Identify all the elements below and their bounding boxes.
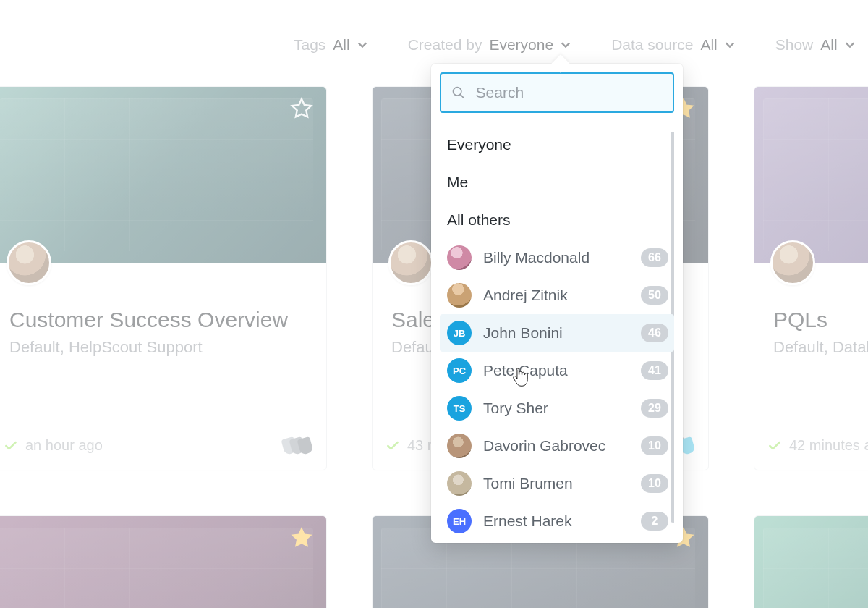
- card-title: PQLs: [773, 308, 868, 332]
- dropdown-user-option[interactable]: Davorin Gabrovec 10: [440, 427, 674, 465]
- filter-data-source-value: All: [700, 36, 717, 54]
- dropdown-user-option[interactable]: EH Ernest Harek 2: [440, 502, 674, 539]
- dropdown-search[interactable]: [440, 72, 674, 113]
- avatar: [447, 471, 472, 496]
- card-thumbnail: [0, 87, 326, 263]
- dropdown-user-option[interactable]: JB John Bonini 46: [440, 314, 674, 352]
- dropdown-scroll-area[interactable]: EveryoneMeAll others Billy Macdonald 66 …: [440, 126, 674, 539]
- dropdown-user-option[interactable]: Billy Macdonald 66: [440, 239, 674, 276]
- chevron-down-icon: [725, 40, 735, 50]
- card-thumbnail: [754, 87, 868, 263]
- tags-icon[interactable]: [283, 438, 312, 454]
- check-icon: [386, 439, 400, 453]
- card-body: PQLs Default, Databo 42 minutes a: [754, 263, 868, 470]
- dropdown-user-name: Andrej Zitnik: [483, 287, 568, 304]
- filter-tags[interactable]: Tags All: [294, 36, 367, 54]
- search-icon: [451, 85, 466, 101]
- filter-created-by[interactable]: Created by Everyone: [408, 36, 571, 54]
- dropdown-user-count: 10: [641, 436, 668, 455]
- dropdown-user-option[interactable]: PC Pete Caputa 41: [440, 352, 674, 389]
- dropdown-user-name: Davorin Gabrovec: [483, 437, 605, 455]
- dropdown-user-count: 46: [641, 324, 668, 342]
- card-thumbnail: [754, 516, 868, 608]
- dropdown-group-option[interactable]: Everyone: [440, 126, 674, 164]
- dashboard-card[interactable]: PQLs Default, Databo 42 minutes a: [754, 86, 868, 470]
- check-icon: [4, 439, 18, 453]
- dropdown-user-name: John Bonini: [483, 324, 563, 342]
- dropdown-user-name: Ernest Harek: [483, 512, 572, 530]
- dropdown-user-option[interactable]: Andrej Zitnik 50: [440, 276, 674, 314]
- avatar: [7, 240, 51, 285]
- dropdown-user-count: 50: [641, 286, 668, 305]
- avatar: [447, 283, 472, 308]
- filter-tags-label: Tags: [294, 36, 326, 54]
- avatar: [388, 240, 433, 285]
- card-thumbnail: [0, 516, 326, 608]
- dropdown-user-name: Billy Macdonald: [483, 249, 590, 266]
- star-icon[interactable]: [290, 97, 313, 120]
- svg-point-0: [453, 88, 461, 96]
- dashboard-card[interactable]: [0, 515, 327, 608]
- card-subtitle: Default, HelpScout Support: [9, 338, 307, 357]
- card-title: Customer Success Overview: [9, 308, 307, 332]
- dropdown-user-name: Tory Sher: [483, 400, 548, 417]
- dropdown-user-option[interactable]: TS Tory Sher 29: [440, 389, 674, 427]
- star-icon[interactable]: [290, 526, 313, 549]
- filter-tags-value: All: [333, 36, 349, 54]
- dropdown-group-option[interactable]: All others: [440, 201, 674, 239]
- chevron-down-icon: [561, 40, 571, 50]
- filter-data-source[interactable]: Data source All: [611, 36, 735, 54]
- filter-created-by-label: Created by: [408, 36, 482, 54]
- avatar: [770, 240, 815, 285]
- filter-show-value: All: [820, 36, 837, 54]
- dropdown-group-label: Everyone: [447, 136, 511, 153]
- dropdown-user-option[interactable]: Tomi Brumen 10: [440, 465, 674, 502]
- created-by-dropdown: EveryoneMeAll others Billy Macdonald 66 …: [431, 64, 683, 543]
- avatar: TS: [447, 396, 472, 421]
- card-updated: 42 minutes a: [767, 437, 868, 454]
- filter-bar: Tags All Created by Everyone Data source…: [0, 30, 868, 59]
- dashboard-card[interactable]: [754, 515, 868, 608]
- chevron-down-icon: [357, 40, 367, 50]
- dashboard-card[interactable]: Customer Success Overview Default, HelpS…: [0, 86, 327, 470]
- avatar: JB: [447, 321, 472, 345]
- check-icon: [767, 439, 782, 453]
- dropdown-user-count: 41: [641, 361, 668, 380]
- card-updated: an hour ago: [4, 437, 103, 454]
- dropdown-search-input[interactable]: [475, 83, 663, 102]
- dropdown-user-count: 2: [641, 512, 668, 531]
- filter-data-source-label: Data source: [611, 36, 693, 54]
- dropdown-user-count: 29: [641, 399, 668, 418]
- dropdown-user-name: Pete Caputa: [483, 362, 568, 379]
- dropdown-user-count: 66: [641, 248, 668, 267]
- dropdown-user-count: 10: [641, 474, 668, 493]
- avatar: PC: [447, 358, 472, 383]
- card-subtitle: Default, Databo: [773, 338, 868, 357]
- avatar: EH: [447, 509, 472, 533]
- dropdown-group-option[interactable]: Me: [440, 164, 674, 201]
- card-body: Customer Success Overview Default, HelpS…: [0, 263, 326, 470]
- filter-show-label: Show: [775, 36, 814, 54]
- avatar: [447, 434, 472, 458]
- dropdown-group-label: All others: [447, 211, 511, 229]
- filter-show[interactable]: Show All: [775, 36, 855, 54]
- filter-created-by-value: Everyone: [489, 36, 553, 54]
- dropdown-user-name: Tomi Brumen: [483, 475, 573, 492]
- chevron-down-icon: [845, 40, 855, 50]
- dropdown-group-label: Me: [447, 174, 468, 191]
- avatar: [447, 245, 472, 270]
